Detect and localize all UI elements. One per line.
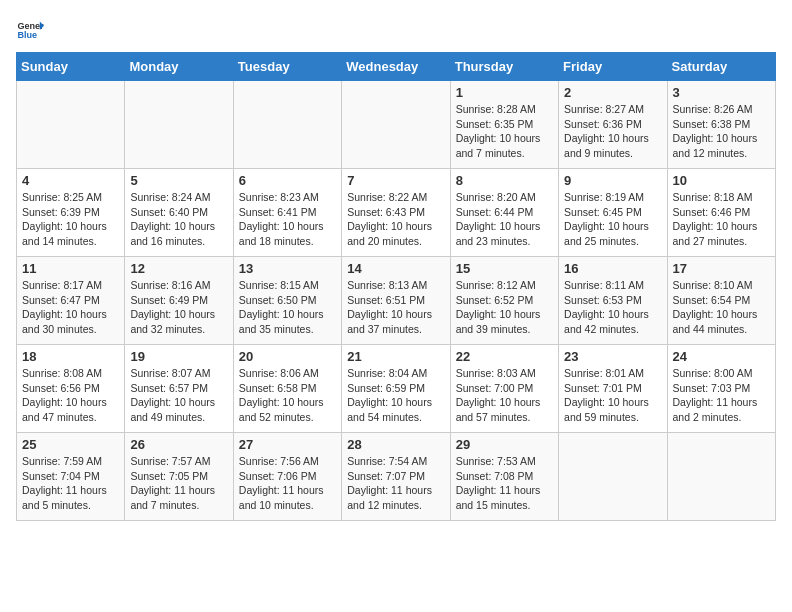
day-number: 25: [22, 437, 119, 452]
day-cell: 13Sunrise: 8:15 AM Sunset: 6:50 PM Dayli…: [233, 257, 341, 345]
day-info: Sunrise: 8:28 AM Sunset: 6:35 PM Dayligh…: [456, 102, 553, 161]
day-cell: 8Sunrise: 8:20 AM Sunset: 6:44 PM Daylig…: [450, 169, 558, 257]
day-cell: 28Sunrise: 7:54 AM Sunset: 7:07 PM Dayli…: [342, 433, 450, 521]
day-info: Sunrise: 8:26 AM Sunset: 6:38 PM Dayligh…: [673, 102, 770, 161]
day-cell: 25Sunrise: 7:59 AM Sunset: 7:04 PM Dayli…: [17, 433, 125, 521]
day-info: Sunrise: 8:15 AM Sunset: 6:50 PM Dayligh…: [239, 278, 336, 337]
day-info: Sunrise: 8:07 AM Sunset: 6:57 PM Dayligh…: [130, 366, 227, 425]
col-header-wednesday: Wednesday: [342, 53, 450, 81]
day-info: Sunrise: 7:54 AM Sunset: 7:07 PM Dayligh…: [347, 454, 444, 513]
day-info: Sunrise: 8:10 AM Sunset: 6:54 PM Dayligh…: [673, 278, 770, 337]
col-header-thursday: Thursday: [450, 53, 558, 81]
day-cell: [125, 81, 233, 169]
day-number: 3: [673, 85, 770, 100]
day-number: 20: [239, 349, 336, 364]
day-info: Sunrise: 8:20 AM Sunset: 6:44 PM Dayligh…: [456, 190, 553, 249]
day-info: Sunrise: 8:03 AM Sunset: 7:00 PM Dayligh…: [456, 366, 553, 425]
day-info: Sunrise: 8:18 AM Sunset: 6:46 PM Dayligh…: [673, 190, 770, 249]
day-cell: 19Sunrise: 8:07 AM Sunset: 6:57 PM Dayli…: [125, 345, 233, 433]
logo: General Blue: [16, 16, 44, 44]
day-info: Sunrise: 8:24 AM Sunset: 6:40 PM Dayligh…: [130, 190, 227, 249]
day-number: 11: [22, 261, 119, 276]
day-cell: 14Sunrise: 8:13 AM Sunset: 6:51 PM Dayli…: [342, 257, 450, 345]
day-cell: 16Sunrise: 8:11 AM Sunset: 6:53 PM Dayli…: [559, 257, 667, 345]
day-number: 24: [673, 349, 770, 364]
day-number: 10: [673, 173, 770, 188]
day-info: Sunrise: 8:17 AM Sunset: 6:47 PM Dayligh…: [22, 278, 119, 337]
day-info: Sunrise: 8:25 AM Sunset: 6:39 PM Dayligh…: [22, 190, 119, 249]
day-number: 12: [130, 261, 227, 276]
day-info: Sunrise: 8:19 AM Sunset: 6:45 PM Dayligh…: [564, 190, 661, 249]
day-info: Sunrise: 8:06 AM Sunset: 6:58 PM Dayligh…: [239, 366, 336, 425]
col-header-sunday: Sunday: [17, 53, 125, 81]
day-cell: 17Sunrise: 8:10 AM Sunset: 6:54 PM Dayli…: [667, 257, 775, 345]
day-number: 18: [22, 349, 119, 364]
day-cell: [233, 81, 341, 169]
day-info: Sunrise: 8:04 AM Sunset: 6:59 PM Dayligh…: [347, 366, 444, 425]
day-cell: 9Sunrise: 8:19 AM Sunset: 6:45 PM Daylig…: [559, 169, 667, 257]
day-number: 9: [564, 173, 661, 188]
day-cell: 22Sunrise: 8:03 AM Sunset: 7:00 PM Dayli…: [450, 345, 558, 433]
day-number: 23: [564, 349, 661, 364]
week-row-5: 25Sunrise: 7:59 AM Sunset: 7:04 PM Dayli…: [17, 433, 776, 521]
day-info: Sunrise: 7:56 AM Sunset: 7:06 PM Dayligh…: [239, 454, 336, 513]
day-number: 5: [130, 173, 227, 188]
day-number: 27: [239, 437, 336, 452]
logo-icon: General Blue: [16, 16, 44, 44]
day-info: Sunrise: 8:12 AM Sunset: 6:52 PM Dayligh…: [456, 278, 553, 337]
day-cell: 26Sunrise: 7:57 AM Sunset: 7:05 PM Dayli…: [125, 433, 233, 521]
day-info: Sunrise: 7:53 AM Sunset: 7:08 PM Dayligh…: [456, 454, 553, 513]
day-number: 22: [456, 349, 553, 364]
day-cell: [667, 433, 775, 521]
week-row-2: 4Sunrise: 8:25 AM Sunset: 6:39 PM Daylig…: [17, 169, 776, 257]
week-row-3: 11Sunrise: 8:17 AM Sunset: 6:47 PM Dayli…: [17, 257, 776, 345]
week-row-1: 1Sunrise: 8:28 AM Sunset: 6:35 PM Daylig…: [17, 81, 776, 169]
day-cell: 1Sunrise: 8:28 AM Sunset: 6:35 PM Daylig…: [450, 81, 558, 169]
day-cell: 20Sunrise: 8:06 AM Sunset: 6:58 PM Dayli…: [233, 345, 341, 433]
day-number: 8: [456, 173, 553, 188]
day-info: Sunrise: 8:16 AM Sunset: 6:49 PM Dayligh…: [130, 278, 227, 337]
day-number: 4: [22, 173, 119, 188]
day-cell: 10Sunrise: 8:18 AM Sunset: 6:46 PM Dayli…: [667, 169, 775, 257]
day-cell: 29Sunrise: 7:53 AM Sunset: 7:08 PM Dayli…: [450, 433, 558, 521]
svg-text:Blue: Blue: [17, 30, 37, 40]
day-cell: 11Sunrise: 8:17 AM Sunset: 6:47 PM Dayli…: [17, 257, 125, 345]
day-info: Sunrise: 8:22 AM Sunset: 6:43 PM Dayligh…: [347, 190, 444, 249]
col-header-tuesday: Tuesday: [233, 53, 341, 81]
day-cell: 15Sunrise: 8:12 AM Sunset: 6:52 PM Dayli…: [450, 257, 558, 345]
day-number: 29: [456, 437, 553, 452]
header-row: SundayMondayTuesdayWednesdayThursdayFrid…: [17, 53, 776, 81]
day-cell: 2Sunrise: 8:27 AM Sunset: 6:36 PM Daylig…: [559, 81, 667, 169]
calendar-table: SundayMondayTuesdayWednesdayThursdayFrid…: [16, 52, 776, 521]
day-cell: 21Sunrise: 8:04 AM Sunset: 6:59 PM Dayli…: [342, 345, 450, 433]
day-number: 19: [130, 349, 227, 364]
day-info: Sunrise: 8:01 AM Sunset: 7:01 PM Dayligh…: [564, 366, 661, 425]
day-cell: 7Sunrise: 8:22 AM Sunset: 6:43 PM Daylig…: [342, 169, 450, 257]
day-cell: 27Sunrise: 7:56 AM Sunset: 7:06 PM Dayli…: [233, 433, 341, 521]
week-row-4: 18Sunrise: 8:08 AM Sunset: 6:56 PM Dayli…: [17, 345, 776, 433]
day-number: 13: [239, 261, 336, 276]
col-header-friday: Friday: [559, 53, 667, 81]
col-header-saturday: Saturday: [667, 53, 775, 81]
day-number: 14: [347, 261, 444, 276]
day-info: Sunrise: 8:13 AM Sunset: 6:51 PM Dayligh…: [347, 278, 444, 337]
day-number: 16: [564, 261, 661, 276]
day-number: 6: [239, 173, 336, 188]
day-number: 28: [347, 437, 444, 452]
day-number: 21: [347, 349, 444, 364]
day-info: Sunrise: 7:59 AM Sunset: 7:04 PM Dayligh…: [22, 454, 119, 513]
header: General Blue: [16, 16, 776, 44]
day-info: Sunrise: 8:00 AM Sunset: 7:03 PM Dayligh…: [673, 366, 770, 425]
day-cell: 23Sunrise: 8:01 AM Sunset: 7:01 PM Dayli…: [559, 345, 667, 433]
day-info: Sunrise: 8:08 AM Sunset: 6:56 PM Dayligh…: [22, 366, 119, 425]
col-header-monday: Monday: [125, 53, 233, 81]
day-cell: [559, 433, 667, 521]
day-number: 2: [564, 85, 661, 100]
day-cell: 4Sunrise: 8:25 AM Sunset: 6:39 PM Daylig…: [17, 169, 125, 257]
day-cell: 18Sunrise: 8:08 AM Sunset: 6:56 PM Dayli…: [17, 345, 125, 433]
day-cell: 5Sunrise: 8:24 AM Sunset: 6:40 PM Daylig…: [125, 169, 233, 257]
day-cell: 6Sunrise: 8:23 AM Sunset: 6:41 PM Daylig…: [233, 169, 341, 257]
day-number: 17: [673, 261, 770, 276]
day-info: Sunrise: 8:23 AM Sunset: 6:41 PM Dayligh…: [239, 190, 336, 249]
day-info: Sunrise: 8:11 AM Sunset: 6:53 PM Dayligh…: [564, 278, 661, 337]
